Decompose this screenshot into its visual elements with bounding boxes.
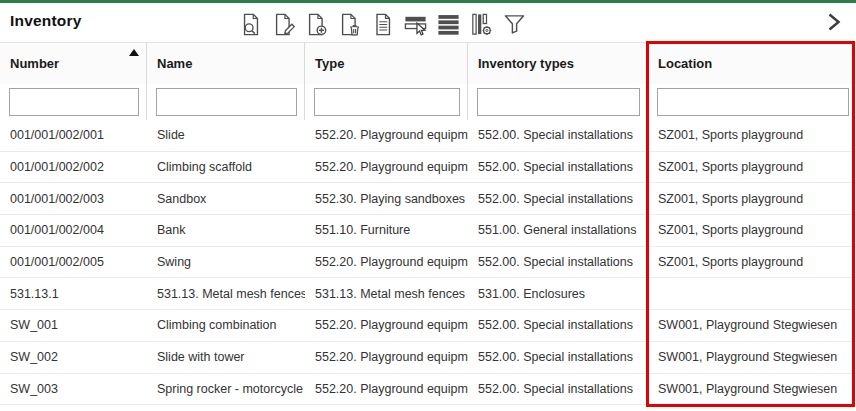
page-title: Inventory <box>10 12 82 30</box>
column-label: Location <box>658 56 712 71</box>
filter-cell-type <box>305 84 468 120</box>
grid-header: NumberNameTypeInventory typesLocation <box>0 42 856 121</box>
expand-panel-button[interactable] <box>823 12 845 34</box>
cell-type: 531.13. Metal mesh fences <box>305 278 468 309</box>
cell-inventory_types: 551.00. General installations <box>468 215 648 246</box>
cell-location: SW001, Playground Stegwiesen <box>648 374 856 405</box>
table-row[interactable]: SW_002Slide with tower552.20. Playground… <box>0 342 856 374</box>
cell-number: 001/001/002/001 <box>0 120 147 151</box>
add-document-button[interactable] <box>304 10 329 38</box>
preview-document-button[interactable] <box>238 10 263 38</box>
sort-ascending-icon <box>129 49 139 56</box>
column-header-location[interactable]: Location <box>648 43 856 84</box>
table-row[interactable]: 001/001/002/005Swing552.20. Playground e… <box>0 247 856 279</box>
filter-cell-name <box>147 84 305 120</box>
cell-inventory_types: 552.00. Special installations <box>468 152 648 183</box>
cell-number: 001/001/002/004 <box>0 215 147 246</box>
edit-document-button[interactable] <box>271 10 296 38</box>
column-label: Name <box>157 56 192 71</box>
cell-name: 531.13. Metal mesh fences <box>147 278 305 309</box>
select-row-button[interactable] <box>403 10 428 38</box>
cell-name: Climbing combination <box>147 310 305 341</box>
cell-number: 001/001/002/002 <box>0 152 147 183</box>
filter-row <box>0 84 856 120</box>
cell-type: 552.30. Playing sandboxes <box>305 183 468 214</box>
cell-inventory_types: 552.00. Special installations <box>468 310 648 341</box>
preview-document-icon <box>239 11 263 38</box>
cell-name: Sandbox <box>147 183 305 214</box>
column-chooser-button[interactable] <box>469 10 494 38</box>
cell-inventory_types: 531.00. Enclosures <box>468 278 648 309</box>
cell-location: SW001, Playground Stegwiesen <box>648 310 856 341</box>
cell-type: 552.20. Playground equipm... <box>305 120 468 151</box>
table-row[interactable]: SW_001Climbing combination552.20. Playgr… <box>0 310 856 342</box>
filter-cell-location <box>648 84 856 120</box>
cell-name: Slide <box>147 120 305 151</box>
cell-number: SW_003 <box>0 374 147 405</box>
cell-type: 552.20. Playground equipm... <box>305 247 468 278</box>
table-row[interactable]: SW_003Spring rocker - motorcycle552.20. … <box>0 374 856 406</box>
report-button[interactable] <box>370 10 395 38</box>
column-header-name[interactable]: Name <box>147 43 305 84</box>
cell-name: Bank <box>147 215 305 246</box>
add-document-icon <box>305 11 329 38</box>
top-accent-bar <box>0 0 856 3</box>
filter-input-number[interactable] <box>9 88 139 116</box>
column-label: Inventory types <box>478 56 574 71</box>
filter-icon <box>502 11 527 38</box>
filter-input-type[interactable] <box>314 88 460 116</box>
column-header-inventory_types[interactable]: Inventory types <box>468 43 648 84</box>
header-row: NumberNameTypeInventory typesLocation <box>0 43 856 84</box>
cell-location: SZ001, Sports playground <box>648 120 856 151</box>
filter-cell-inventory_types <box>468 84 648 120</box>
toolbar <box>238 10 527 38</box>
cell-number: SW_001 <box>0 310 147 341</box>
list-view-icon <box>436 11 461 38</box>
table-row[interactable]: 001/001/002/001Slide552.20. Playground e… <box>0 120 856 152</box>
cell-name: Climbing scaffold <box>147 152 305 183</box>
table-row[interactable]: 001/001/002/004Bank551.10. Furniture551.… <box>0 215 856 247</box>
cell-name: Swing <box>147 247 305 278</box>
filter-button[interactable] <box>502 10 527 38</box>
list-view-button[interactable] <box>436 10 461 38</box>
column-chooser-icon <box>469 11 494 38</box>
cell-name: Slide with tower <box>147 342 305 373</box>
cell-location: SZ001, Sports playground <box>648 183 856 214</box>
grid-body: 001/001/002/001Slide552.20. Playground e… <box>0 120 856 405</box>
table-row[interactable]: 001/001/002/003Sandbox552.30. Playing sa… <box>0 183 856 215</box>
delete-document-button[interactable] <box>337 10 362 38</box>
filter-cell-number <box>0 84 147 120</box>
cell-location: SZ001, Sports playground <box>648 247 856 278</box>
table-row[interactable]: 531.13.1531.13. Metal mesh fences531.13.… <box>0 278 856 310</box>
cell-inventory_types: 552.00. Special installations <box>468 183 648 214</box>
cell-inventory_types: 552.00. Special installations <box>468 374 648 405</box>
cell-type: 552.20. Playground equipm... <box>305 374 468 405</box>
cell-type: 552.20. Playground equipm... <box>305 152 468 183</box>
cell-location <box>648 278 856 309</box>
cell-number: 531.13.1 <box>0 278 147 309</box>
filter-input-name[interactable] <box>156 88 297 116</box>
cell-location: SZ001, Sports playground <box>648 152 856 183</box>
cell-type: 552.20. Playground equipm... <box>305 310 468 341</box>
column-header-type[interactable]: Type <box>305 43 468 84</box>
filter-input-inventory_types[interactable] <box>477 88 640 116</box>
column-label: Type <box>315 56 344 71</box>
cell-number: 001/001/002/005 <box>0 247 147 278</box>
cell-number: SW_002 <box>0 342 147 373</box>
cell-location: SW001, Playground Stegwiesen <box>648 342 856 373</box>
report-icon <box>371 11 395 38</box>
column-label: Number <box>10 56 59 71</box>
cell-inventory_types: 552.00. Special installations <box>468 120 648 151</box>
delete-document-icon <box>338 11 362 38</box>
select-row-icon <box>403 11 428 38</box>
inventory-window: Inventory NumberNameTypeInventory typesL… <box>0 0 856 411</box>
cell-name: Spring rocker - motorcycle <box>147 374 305 405</box>
column-header-number[interactable]: Number <box>0 43 147 84</box>
cell-number: 001/001/002/003 <box>0 183 147 214</box>
table-row[interactable]: 001/001/002/002Climbing scaffold552.20. … <box>0 152 856 184</box>
edit-document-icon <box>272 11 296 38</box>
filter-input-location[interactable] <box>657 88 849 116</box>
cell-type: 552.20. Playground equipm... <box>305 342 468 373</box>
cell-location: SZ001, Sports playground <box>648 215 856 246</box>
chevron-right-icon <box>824 20 844 35</box>
